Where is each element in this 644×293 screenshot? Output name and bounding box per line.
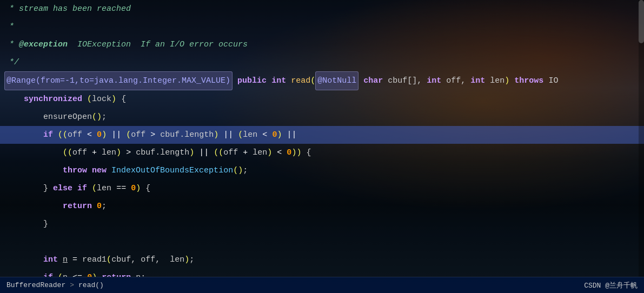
code-line: ((off + len) > cbuf.length) || ((off + l… <box>0 144 644 162</box>
code-line: throw new IndexOutOfBoundsException(); <box>0 162 644 179</box>
code-area: * stream has been reached * * @exception… <box>0 0 644 277</box>
scrollbar-thumb[interactable] <box>639 0 644 43</box>
code-line: if (n <= 0) return n; <box>0 269 644 277</box>
code-line: ensureOpen(); <box>0 108 644 126</box>
code-line: } <box>0 215 644 233</box>
code-line: * stream has been reached <box>0 0 644 18</box>
code-line: synchronized (lock) { <box>0 90 644 108</box>
code-line: * @exception IOException If an I/O error… <box>0 36 644 54</box>
code-line: if ((off < 0) || (off > cbuf.length) || … <box>0 126 644 144</box>
editor-container: * stream has been reached * * @exception… <box>0 0 644 293</box>
breadcrumb: BufferedReader > read() <box>6 281 104 289</box>
scrollbar[interactable] <box>639 0 644 277</box>
code-line: } else if (len == 0) { <box>0 179 644 197</box>
breadcrumb-method: read() <box>78 281 104 289</box>
code-line: return 0; <box>0 197 644 215</box>
code-line <box>0 233 644 251</box>
code-line: * <box>0 18 644 36</box>
watermark: CSDN @兰舟千帆 <box>584 281 638 290</box>
status-bar: BufferedReader > read() CSDN @兰舟千帆 <box>0 277 644 293</box>
code-line: @Range(from=-1,to=java.lang.Integer.MAX_… <box>0 71 644 90</box>
code-line: int n = read1(cbuf, off, len); <box>0 251 644 269</box>
breadcrumb-class: BufferedReader <box>6 281 65 289</box>
breadcrumb-separator: > <box>70 281 74 289</box>
code-line: */ <box>0 54 644 71</box>
